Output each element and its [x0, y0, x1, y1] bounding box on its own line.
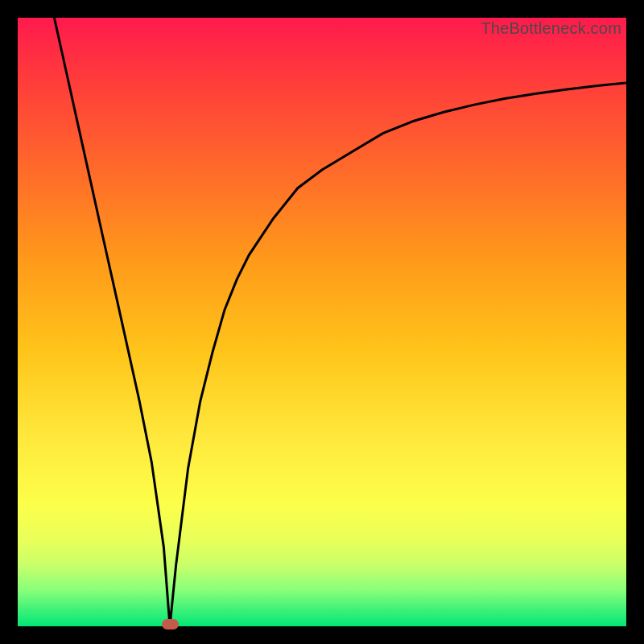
optimum-marker [162, 619, 179, 630]
plot-area: TheBottleneck.com [18, 18, 626, 626]
chart-frame: TheBottleneck.com [0, 0, 644, 644]
watermark-text: TheBottleneck.com [481, 19, 621, 38]
bottleneck-curve-path [54, 18, 626, 626]
curve-svg [18, 18, 626, 626]
